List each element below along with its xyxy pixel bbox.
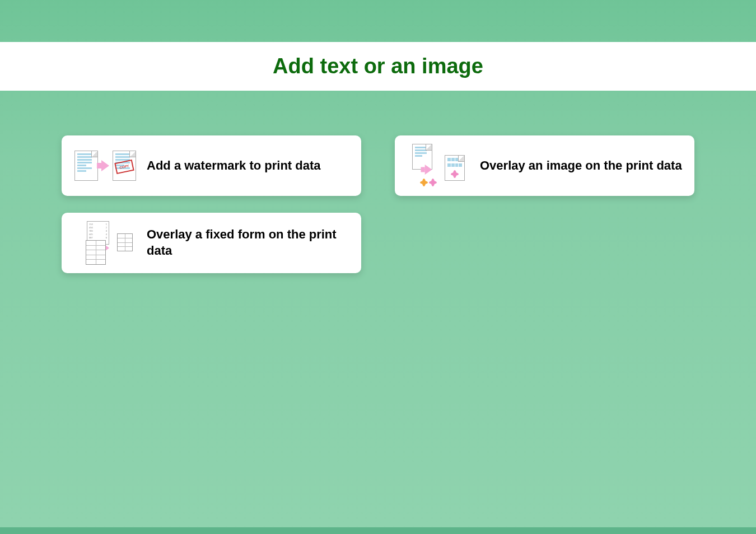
card-form-overlay[interactable]: 1141 4562 7893 4454 0876 — [62, 213, 361, 273]
arrow-icon — [425, 165, 432, 175]
card-image-overlay[interactable]: Overlay an image on the print data — [395, 135, 694, 196]
card-watermark[interactable]: COPY Add a watermark to print data — [62, 135, 361, 196]
image-overlay-icon — [405, 143, 472, 188]
flower-icon — [429, 179, 437, 186]
header-bar: Add text or an image — [0, 42, 756, 91]
card-form-overlay-label: Overlay a fixed form on the print data — [147, 227, 351, 259]
footer-strip — [0, 527, 756, 534]
flower-icon — [451, 170, 459, 178]
card-image-overlay-label: Overlay an image on the print data — [480, 158, 682, 174]
copy-stamp-icon: COPY — [114, 160, 134, 174]
arrow-icon — [101, 160, 109, 171]
form-overlay-icon: 1141 4562 7893 4454 0876 — [72, 221, 139, 265]
watermark-icon: COPY — [72, 143, 139, 188]
card-watermark-label: Add a watermark to print data — [147, 158, 321, 174]
flower-icon — [420, 179, 428, 186]
page-title: Add text or an image — [0, 54, 756, 78]
cards-container: COPY Add a watermark to print data — [0, 91, 756, 273]
